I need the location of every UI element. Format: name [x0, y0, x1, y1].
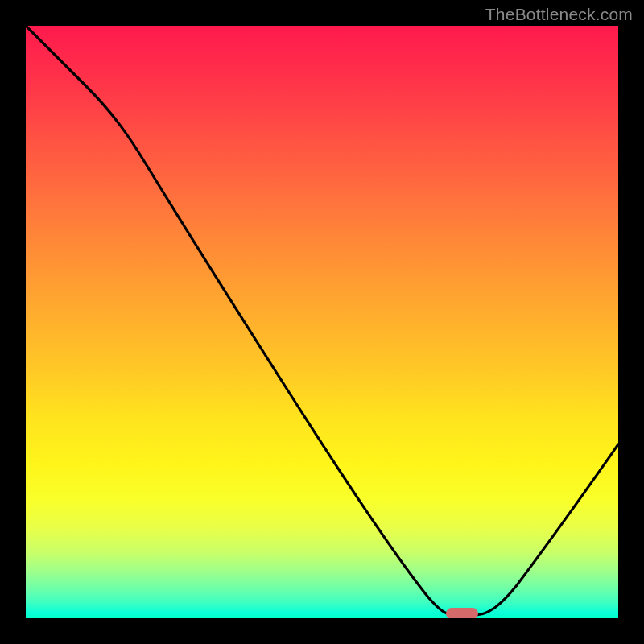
- curve-layer: [26, 26, 618, 618]
- watermark-text: TheBottleneck.com: [485, 5, 633, 24]
- optimal-point-marker: [446, 608, 478, 618]
- chart-frame: TheBottleneck.com: [0, 0, 644, 644]
- plot-area: [26, 26, 618, 618]
- bottleneck-curve: [26, 26, 618, 615]
